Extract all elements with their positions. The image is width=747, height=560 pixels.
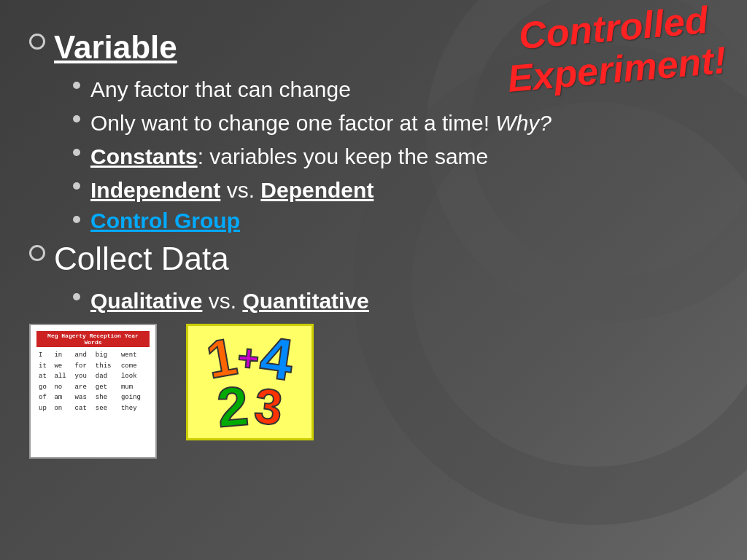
table-row: uponcatseethey	[36, 403, 150, 414]
sub-bullet-2: Only want to change one factor at a time…	[73, 108, 711, 139]
bullet-circle-collect	[29, 245, 45, 261]
sub-bullet-5: Control Group	[73, 209, 711, 233]
variable-sub-bullets: Any factor that can change Only want to …	[73, 74, 711, 233]
sub-dot-1	[73, 82, 80, 89]
control-group-label: Control Group	[90, 209, 240, 233]
table-row: atallyoudadlook	[36, 371, 150, 382]
table-row: itweforthiscome	[36, 361, 150, 372]
table-row: Iinandbigwent	[36, 350, 150, 361]
vocab-card-image: Meg Hagerty Reception Year Words Iinandb…	[29, 324, 157, 459]
sub-bullet-qual: Qualitative vs. Quantitative	[73, 286, 711, 316]
collect-data-label: Collect Data	[54, 241, 229, 277]
collect-data-section: Collect Data	[29, 241, 711, 277]
number-2: 2	[216, 382, 251, 432]
sub-text-4: Independent vs. Dependent	[90, 175, 374, 206]
numbers-visual: 1 + 4 2 3	[207, 334, 293, 431]
number-3: 3	[252, 384, 285, 429]
vocab-table: Iinandbigwent itweforthiscome atallyouda…	[36, 350, 150, 414]
sub-text-qual: Qualitative vs. Quantitative	[90, 286, 369, 316]
images-row: Meg Hagerty Reception Year Words Iinandb…	[29, 324, 711, 459]
sub-dot-3	[73, 149, 80, 156]
slide: Controlled Experiment! Variable Any fact…	[0, 0, 747, 560]
sub-dot-4	[73, 182, 80, 190]
plus-sign: +	[236, 342, 260, 375]
sub-text-3: Constants: variables you keep the same	[90, 141, 488, 172]
bullet-circle-variable	[29, 34, 45, 50]
table-row: ofamwasshegoing	[36, 392, 150, 403]
sub-text-1: Any factor that can change	[90, 74, 351, 105]
table-row: gonoaregetmum	[36, 382, 150, 393]
collect-sub-bullets: Qualitative vs. Quantitative	[73, 286, 711, 316]
sub-bullet-3: Constants: variables you keep the same	[73, 141, 711, 172]
sub-dot-qual	[73, 293, 80, 300]
sub-dot-5	[73, 216, 80, 223]
sub-text-2: Only want to change one factor at a time…	[90, 108, 551, 139]
sub-bullet-4: Independent vs. Dependent	[73, 175, 711, 206]
variable-label: Variable	[54, 29, 177, 66]
numbers-image: 1 + 4 2 3	[186, 324, 314, 440]
sub-dot-2	[73, 115, 80, 122]
vocab-card-header: Meg Hagerty Reception Year Words	[36, 331, 150, 347]
slide-content: Variable Any factor that can change Only…	[29, 29, 711, 459]
